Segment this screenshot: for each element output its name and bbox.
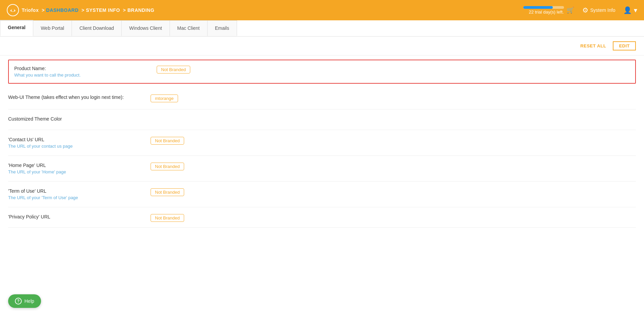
tab-mac-client[interactable]: Mac Client (170, 20, 208, 36)
setting-value-privacy-policy: Not Branded (151, 214, 184, 222)
tab-general[interactable]: General (0, 20, 33, 36)
setting-desc-term-of-use: The URL of your 'Term of Use' page (8, 195, 144, 200)
tab-windows-client[interactable]: Windows Client (122, 20, 170, 36)
setting-label-home-page: 'Home Page' URL (8, 163, 144, 168)
setting-value-term-of-use: Not Branded (151, 188, 184, 196)
trial-progress-bar (523, 6, 564, 9)
brand-label: Triofox (22, 7, 39, 13)
setting-value-home-page: Not Branded (151, 163, 184, 170)
header-left: Triofox > DASHBOARD > SYSTEM INFO > BRAN… (7, 4, 154, 16)
setting-row-web-ui-theme: Web-UI Theme (takes effect when you logi… (8, 88, 636, 109)
breadcrumb-branding: BRANDING (128, 7, 154, 13)
settings-area: Product Name: What you want to call the … (0, 60, 644, 228)
main-content: RESET ALL EDIT Product Name: What you wa… (0, 37, 644, 316)
setting-row-product-name: Product Name: What you want to call the … (8, 60, 636, 84)
setting-row-theme-color: Customized Theme Color (8, 109, 636, 130)
reset-all-button[interactable]: RESET ALL (580, 43, 606, 48)
setting-info-theme-color: Customized Theme Color (8, 116, 144, 123)
setting-label-privacy-policy: 'Privacy Policy' URL (8, 214, 76, 219)
setting-info-privacy-policy: 'Privacy Policy' URL The URL of your 'Pr… (8, 214, 144, 221)
trial-info: 22 trial day(s) left. 🛒 (523, 6, 574, 15)
triofox-logo (7, 4, 19, 16)
system-info-label: System Info (590, 7, 616, 13)
svg-point-1 (12, 9, 14, 12)
setting-value-contact-us: Not Branded (151, 137, 184, 145)
breadcrumb-dashboard[interactable]: DASHBOARD (46, 7, 79, 13)
setting-row-contact-us: 'Contact Us' URL The URL of your contact… (8, 130, 636, 156)
setting-row-term-of-use: 'Term of Use' URL The URL of your 'Term … (8, 182, 636, 207)
tab-client-download[interactable]: Client Download (72, 20, 122, 36)
setting-info-product-name: Product Name: What you want to call the … (14, 66, 150, 78)
setting-info-term-of-use: 'Term of Use' URL The URL of your 'Term … (8, 188, 144, 200)
tabs-bar: General Web Portal Client Download Windo… (0, 20, 644, 37)
help-label: Help (24, 298, 34, 304)
product-name-badge: Not Branded (157, 66, 190, 73)
setting-info-contact-us: 'Contact Us' URL The URL of your contact… (8, 137, 144, 149)
setting-label-theme-color: Customized Theme Color (8, 116, 144, 122)
gear-icon: ⚙ (582, 6, 588, 14)
setting-info-home-page: 'Home Page' URL The URL of your 'Home' p… (8, 163, 144, 174)
toolbar: RESET ALL EDIT (0, 37, 644, 56)
setting-label-contact-us: 'Contact Us' URL (8, 137, 144, 142)
help-icon: ? (15, 298, 22, 304)
trial-bar-fill (523, 6, 553, 9)
help-button[interactable]: ? Help (8, 294, 41, 308)
setting-value-web-ui-theme: mtorange (151, 94, 178, 102)
system-info-button[interactable]: ⚙ System Info (582, 6, 616, 14)
setting-desc-contact-us: The URL of your contact us page (8, 144, 144, 149)
trial-text-wrap: 22 trial day(s) left. (523, 6, 564, 15)
setting-info-web-ui-theme: Web-UI Theme (takes effect when you logi… (8, 94, 144, 101)
user-icon[interactable]: 👤 ▾ (623, 6, 637, 14)
web-ui-theme-badge: mtorange (151, 94, 178, 102)
trial-text: 22 trial day(s) left. (529, 9, 564, 15)
breadcrumb-system-info: SYSTEM INFO (86, 7, 120, 13)
cart-icon[interactable]: 🛒 (567, 6, 574, 14)
setting-label-product-name: Product Name: (14, 66, 150, 71)
app-header: Triofox > DASHBOARD > SYSTEM INFO > BRAN… (0, 0, 644, 20)
setting-row-home-page: 'Home Page' URL The URL of your 'Home' p… (8, 156, 636, 182)
setting-label-web-ui-theme: Web-UI Theme (takes effect when you logi… (8, 94, 144, 100)
edit-button[interactable]: EDIT (613, 41, 636, 50)
setting-desc-home-page: The URL of your 'Home' page (8, 169, 144, 174)
tab-emails[interactable]: Emails (208, 20, 237, 36)
setting-desc-product-name: What you want to call the product. (14, 72, 150, 78)
header-right: 22 trial day(s) left. 🛒 ⚙ System Info 👤 … (523, 6, 637, 15)
breadcrumb: Triofox > DASHBOARD > SYSTEM INFO > BRAN… (22, 7, 154, 13)
contact-us-badge: Not Branded (151, 137, 184, 145)
setting-label-term-of-use: 'Term of Use' URL (8, 188, 144, 194)
tab-web-portal[interactable]: Web Portal (33, 20, 72, 36)
home-page-badge: Not Branded (151, 163, 184, 170)
privacy-policy-badge: Not Branded (151, 214, 184, 222)
setting-value-product-name: Not Branded (157, 66, 190, 73)
setting-row-privacy-policy: 'Privacy Policy' URL The URL of your 'Pr… (8, 207, 636, 228)
term-of-use-badge: Not Branded (151, 188, 184, 196)
